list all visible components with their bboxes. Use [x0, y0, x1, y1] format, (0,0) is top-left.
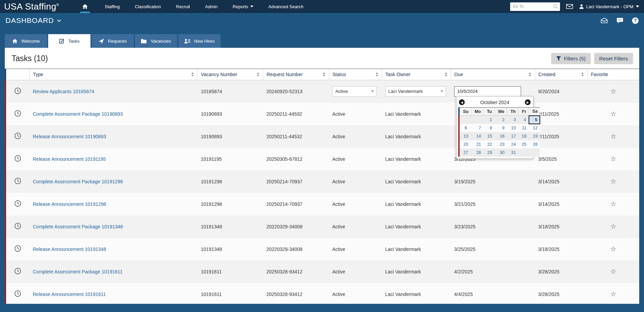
favorite-star-icon[interactable]: ☆	[610, 133, 616, 140]
nav-recruit[interactable]: Recruit	[176, 4, 190, 9]
header-type[interactable]: Type	[29, 69, 197, 80]
day-cell[interactable]: 4	[518, 116, 529, 124]
day-cell[interactable]: 18	[518, 132, 529, 140]
day-cell[interactable]: 10	[507, 124, 518, 132]
day-cell[interactable]: 26	[529, 140, 540, 148]
dashboard-menu[interactable]: DASHBOARD	[5, 16, 61, 25]
day-cell[interactable]: 22	[484, 140, 494, 148]
sort-icon	[376, 72, 378, 76]
help-icon[interactable]: ?	[632, 17, 639, 24]
favorite-star-icon[interactable]: ☆	[610, 88, 616, 95]
task-link[interactable]: Release Announcement 10191611	[33, 292, 106, 297]
favorite-star-icon[interactable]: ☆	[610, 110, 616, 117]
nav-staffing[interactable]: Staffing	[105, 4, 120, 9]
favorite-star-icon[interactable]: ☆	[610, 155, 616, 162]
favorite-star-icon[interactable]: ☆	[610, 268, 616, 275]
day-cell[interactable]: 15	[484, 132, 494, 140]
header-request-number[interactable]: Request Number	[263, 69, 329, 80]
task-owner-select[interactable]: Laci Vandermark	[385, 86, 446, 97]
search-icon[interactable]	[553, 4, 558, 9]
prev-month-button[interactable]: ◀	[459, 99, 465, 105]
day-cell[interactable]: 19	[529, 132, 540, 140]
day-cell[interactable]: 21	[471, 140, 483, 148]
nav-admin[interactable]: Admin	[205, 4, 218, 9]
favorite-star-icon[interactable]: ☆	[610, 200, 616, 208]
header-status[interactable]: Status	[329, 69, 382, 80]
header-due[interactable]: Due	[451, 69, 535, 80]
task-link[interactable]: Complete Assessment Package 10191611	[33, 269, 123, 274]
day-cell[interactable]: 3	[507, 116, 518, 124]
favorite-star-icon[interactable]: ☆	[610, 178, 616, 185]
day-cell[interactable]: 1	[484, 116, 494, 124]
nav-classification[interactable]: Classification	[135, 4, 161, 9]
next-month-button[interactable]: ▶	[525, 99, 531, 105]
user-menu[interactable]: Laci Vandermark - OPM	[579, 4, 639, 9]
task-link[interactable]: Complete Assessment Package 10191348	[33, 224, 123, 229]
tab-new-hires[interactable]: New Hires	[178, 34, 221, 48]
created-date: 3/5/2025	[535, 148, 587, 170]
task-owner-value: Laci Vandermark	[382, 125, 451, 148]
inbox-icon[interactable]	[601, 18, 608, 23]
day-cell[interactable]: 29	[484, 148, 494, 157]
day-cell[interactable]: 13	[459, 132, 471, 140]
favorite-star-icon[interactable]: ☆	[610, 245, 616, 253]
header-task-owner[interactable]: Task Owner	[382, 69, 451, 80]
day-cell[interactable]: 9	[494, 124, 507, 132]
day-cell[interactable]: 17	[507, 132, 518, 140]
nav-home[interactable]	[80, 0, 90, 13]
feedback-icon[interactable]	[617, 18, 623, 24]
task-link[interactable]: Complete Assessment Package 10191298	[33, 179, 123, 184]
task-link[interactable]: Release Announcement 10191195	[33, 156, 106, 162]
request-number: 20240920-52313	[263, 80, 329, 103]
goto-input[interactable]	[510, 2, 560, 11]
day-cell[interactable]: 7	[471, 124, 483, 132]
nav-reports[interactable]: Reports	[233, 4, 253, 9]
favorite-star-icon[interactable]: ☆	[610, 223, 616, 230]
day-cell-selected[interactable]: 5	[529, 116, 540, 124]
due-date: 4/2/2025	[451, 260, 535, 283]
day-cell[interactable]: 8	[484, 124, 494, 132]
task-link[interactable]: Release Announcement 10191298	[33, 201, 106, 207]
day-cell[interactable]: 2	[494, 116, 507, 124]
day-cell[interactable]: 27	[459, 148, 471, 157]
status-select[interactable]: Active	[332, 86, 377, 97]
due-date-input[interactable]	[454, 86, 521, 97]
tab-welcome[interactable]: Welcome	[5, 34, 47, 48]
task-link[interactable]: Review Applicants 10185874	[33, 89, 94, 94]
filters-button[interactable]: Filters (5)	[551, 53, 590, 64]
day-cell[interactable]: 25	[518, 140, 529, 148]
task-link[interactable]: Release Announcement 10191348	[33, 246, 106, 252]
header-icon-col	[5, 69, 29, 80]
weekday-label: Tu	[484, 108, 494, 116]
nav-advanced-search[interactable]: Advanced Search	[268, 4, 304, 9]
day-cell[interactable]: 24	[507, 140, 518, 148]
day-cell[interactable]: 23	[494, 140, 507, 148]
day-cell[interactable]: 12	[529, 124, 540, 132]
created-date: 3/14/2025	[535, 170, 587, 193]
created-date: 3/18/2025	[535, 215, 587, 238]
task-link[interactable]: Complete Assessment Package 10190893	[33, 111, 123, 117]
day-cell[interactable]: 20	[459, 140, 471, 148]
vacancy-number: 10191348	[197, 238, 263, 260]
day-cell[interactable]: 14	[471, 132, 483, 140]
favorite-star-icon[interactable]: ☆	[610, 290, 616, 298]
day-cell[interactable]: 16	[494, 132, 507, 140]
weekday-label: Th	[507, 108, 518, 116]
table-row: Complete Assessment Package 10191611 101…	[5, 260, 639, 283]
day-cell[interactable]: 6	[459, 124, 471, 132]
day-cell[interactable]: 11	[518, 124, 529, 132]
tab-vacancies[interactable]: Vacancies	[135, 34, 177, 48]
tab-requests[interactable]: Requests	[92, 34, 134, 48]
reset-filters-button[interactable]: Reset Filters	[594, 53, 633, 64]
day-cell[interactable]: 30	[494, 148, 507, 157]
day-cell[interactable]: 28	[471, 148, 483, 157]
tab-tasks[interactable]: Tasks	[48, 34, 90, 48]
day-cell[interactable]: 31	[507, 148, 518, 157]
mail-icon[interactable]	[566, 4, 573, 9]
header-vacancy-number[interactable]: Vacancy Number	[197, 69, 263, 80]
task-link[interactable]: Release Announcement 10190893	[33, 134, 106, 139]
request-number: 20250214-70937	[263, 193, 329, 215]
created-date: 2/11/2025	[535, 103, 587, 125]
header-created[interactable]: Created	[535, 69, 587, 80]
request-number: 20250328-93412	[263, 260, 329, 283]
